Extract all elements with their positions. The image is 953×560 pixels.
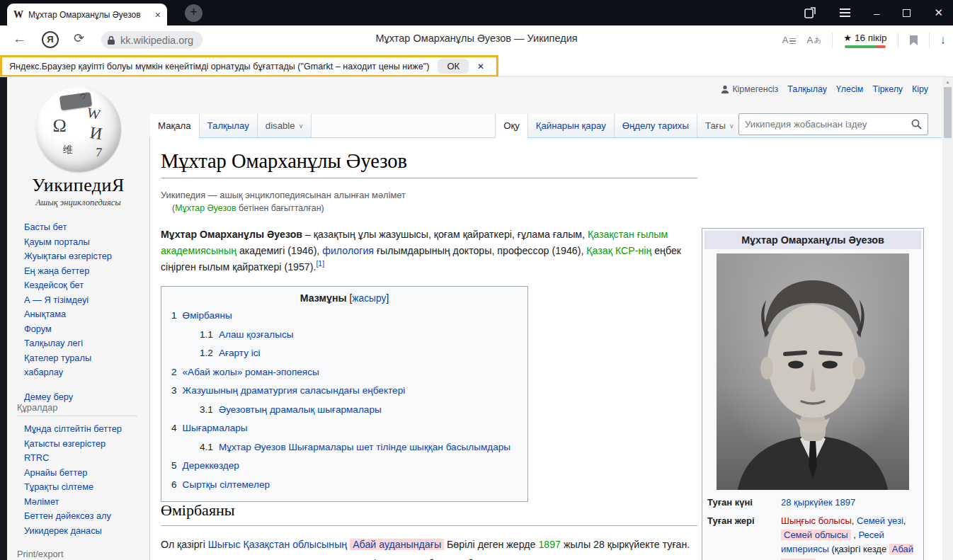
translate-icon[interactable]: A あ xyxy=(806,35,821,45)
personal-login-link[interactable]: Кіру xyxy=(912,84,928,94)
personal-talk-link[interactable]: Талқылау xyxy=(787,84,827,94)
download-icon[interactable]: ↓ xyxy=(940,33,947,47)
infobox-row-birthdate: Туған күні 28 қыркүйек 1897 xyxy=(704,493,921,512)
logo-wordmark: УикипедиЯ xyxy=(7,175,149,196)
wikipedia-globe-icon: Ω W И 7 维 ウ xyxy=(36,87,121,172)
search-icon[interactable] xyxy=(911,119,922,130)
wikipedia-logo[interactable]: Ω W И 7 维 ウ УикипедиЯ Ашық энциклопедияс… xyxy=(7,86,149,208)
star-icon: ★ xyxy=(843,33,852,43)
window-close-icon[interactable]: ✕ xyxy=(934,6,943,19)
sidebar-item-wikidata-item[interactable]: Уикидерек данасы xyxy=(24,524,144,539)
sidebar-item-help[interactable]: Анықтама xyxy=(24,307,143,322)
toc-title: Мазмұны [жасыру] xyxy=(171,292,518,304)
toc-item[interactable]: 2«Абай жолы» роман-эпопеясы xyxy=(171,363,518,382)
divider xyxy=(929,33,930,48)
minimize-icon[interactable]: – xyxy=(874,7,879,19)
logo-tagline: Ашық энциклопедиясы xyxy=(7,198,149,208)
sidebar-tools-header: Құралдар xyxy=(17,402,137,416)
sidebar-item-community-portal[interactable]: Қауым порталы xyxy=(24,235,143,250)
article-tabs: Мақала Талқылау disable ∨ Оқу Қайнарын қ… xyxy=(150,114,742,138)
sidebar-item-random-page[interactable]: Кездейсоқ бет xyxy=(24,278,143,293)
browser-tab[interactable]: W Мұхтар Омарханұлы Әуезов × xyxy=(7,4,167,25)
url-text: kk.wikipedia.org xyxy=(120,35,193,46)
sidebar-item-related-changes[interactable]: Қатысты өзгерістер xyxy=(24,437,144,452)
sidebar-print-header: Print/export xyxy=(17,549,137,560)
tab-filler xyxy=(311,114,496,138)
rating-bar xyxy=(845,45,886,48)
portrait-photo[interactable] xyxy=(717,253,909,490)
tab-disable-dropdown[interactable]: disable ∨ xyxy=(257,114,311,138)
toc-item[interactable]: 3.1Әуезовтың драмалық шығармалары xyxy=(171,401,518,420)
address-bar-page-title: Мұхтар Омарханұлы Әуезов — Уикипедия xyxy=(257,33,696,44)
side-panel-icon[interactable] xyxy=(804,7,816,19)
sidebar-item-forum[interactable]: Форум xyxy=(24,322,143,337)
tab-more-dropdown[interactable]: Тағы ∨ xyxy=(697,114,742,138)
toc-item[interactable]: 1Өмірбаяны xyxy=(171,307,518,326)
bookmark-icon[interactable] xyxy=(909,35,918,46)
sidebar-item-az-index[interactable]: А — Я тізімдеуі xyxy=(24,293,143,308)
sidebar-item-recent-changes[interactable]: Жуықтағы өзгерістер xyxy=(24,249,143,264)
toc-item[interactable]: 5Дереккөздер xyxy=(171,457,518,476)
personal-contribs-link[interactable]: Үлесім xyxy=(836,84,863,94)
yandex-logo-icon[interactable]: Я xyxy=(42,31,59,48)
sidebar-item-rtrc[interactable]: RTRC xyxy=(24,451,144,466)
divider xyxy=(832,33,833,48)
toc-item[interactable]: 1.1Алаш қозғалысы xyxy=(171,326,518,345)
notification-text: Яндекс.Браузер қауіпті болуы мүмкін кеңе… xyxy=(9,62,429,72)
back-icon[interactable]: ← xyxy=(13,31,26,47)
sidebar-item-new-pages[interactable]: Ең жаңа беттер xyxy=(24,264,143,279)
sidebar-item-cite-page[interactable]: Беттен дәйексөз алу xyxy=(24,509,144,524)
url-field[interactable]: kk.wikipedia.org xyxy=(101,31,202,49)
wikipedia-page: Ω W И 7 维 ウ УикипедиЯ Ашық энциклопедияс… xyxy=(0,77,953,560)
address-bar-tools: A A あ ★ 16 пікір ↓ xyxy=(782,29,946,51)
search-input[interactable] xyxy=(739,119,911,130)
scrollbar-up-icon[interactable]: ▲ xyxy=(942,79,953,84)
infobox-label: Туған күні xyxy=(707,496,781,510)
rating-count: 16 пікір xyxy=(855,33,887,43)
toc-item[interactable]: 1.2Ағарту ісі xyxy=(171,344,518,363)
address-bar: ← Я ⟳ kk.wikipedia.org Мұхтар Омарханұлы… xyxy=(0,25,953,55)
notification-ok-button[interactable]: ОК xyxy=(438,59,469,74)
personal-register-link[interactable]: Тіркелу xyxy=(872,84,903,94)
tab-read[interactable]: Оқу xyxy=(496,114,527,138)
tab-view-source[interactable]: Қайнарын қарау xyxy=(527,114,614,138)
sidebar-item-permanent-link[interactable]: Тұрақты сілтеме xyxy=(24,480,144,495)
browser-side-strip[interactable] xyxy=(0,77,7,560)
site-rating[interactable]: ★ 16 пікір xyxy=(843,33,886,48)
tab-article[interactable]: Мақала xyxy=(150,114,199,138)
wikipedia-favicon-icon: W xyxy=(13,9,23,21)
sidebar-item-discussion-feed[interactable]: Талқылау легі xyxy=(24,336,143,351)
toc-hide-toggle[interactable]: [жасыру] xyxy=(349,293,389,304)
tab-close-icon[interactable]: × xyxy=(155,10,161,20)
toc-item[interactable]: 4.1Мұхтар Әуезов Шығармалары шет тілінде… xyxy=(171,438,518,457)
refresh-icon[interactable]: ⟳ xyxy=(74,30,84,46)
sidebar-item-page-info[interactable]: Мәлімет xyxy=(24,495,144,510)
browser-tab-bar: W Мұхтар Омарханұлы Әуезов × + – ✕ xyxy=(0,0,953,25)
sidebar-item-special-pages[interactable]: Арнайы беттер xyxy=(24,466,144,481)
notification-bar: Яндекс.Браузер қауіпті болуы мүмкін кеңе… xyxy=(0,55,498,77)
toc-item[interactable]: 6Сыртқы сілтемелер xyxy=(171,476,518,495)
reader-mode-icon[interactable]: A xyxy=(782,35,797,45)
sidebar-tools: Мұнда сілтейтін беттер Қатысты өзгерісте… xyxy=(24,422,144,538)
page-title: Мұхтар Омарханұлы Әуезов xyxy=(161,150,697,178)
sidebar-item-main-page[interactable]: Басты бет xyxy=(24,220,143,235)
notification-close-icon[interactable]: ✕ xyxy=(477,62,484,72)
article-body: Мұхтар Омарханұлы Әуезов Уикипедия — ашы… xyxy=(149,137,942,560)
tab-history[interactable]: Өңделу тарихы xyxy=(614,114,697,138)
wiki-search xyxy=(738,113,928,135)
new-tab-button[interactable]: + xyxy=(185,4,202,22)
menu-icon[interactable] xyxy=(840,6,850,19)
maximize-icon[interactable] xyxy=(903,9,911,17)
redirect-note: (Мұхтар Әуезов бетінен бағытталған) xyxy=(172,203,324,213)
sidebar-item-report-errors[interactable]: Қателер туралы хабарлау xyxy=(24,351,130,380)
scrollbar-thumb[interactable] xyxy=(944,87,952,138)
scrollbar[interactable]: ▲ xyxy=(942,77,953,560)
infobox-title: Мұхтар Омарханұлы Әуезов xyxy=(704,231,921,249)
window-controls: – ✕ xyxy=(804,0,943,25)
personal-tools: Кірмегенсіз Талқылау Үлесім Тіркелу Кіру xyxy=(721,84,928,94)
sidebar-item-what-links-here[interactable]: Мұнда сілтейтін беттер xyxy=(24,422,144,437)
toc-item[interactable]: 4Шығармалары xyxy=(171,419,518,438)
toc-item[interactable]: 3Жазушының драматургия саласындағы еңбек… xyxy=(171,382,518,401)
user-status: Кірмегенсіз xyxy=(721,84,778,94)
tab-talk[interactable]: Талқылау xyxy=(199,114,257,138)
